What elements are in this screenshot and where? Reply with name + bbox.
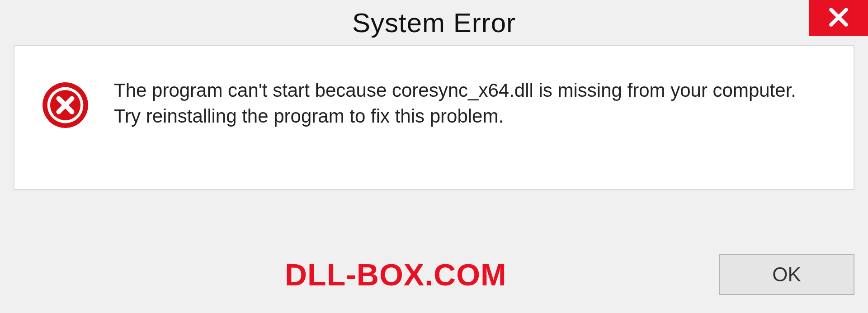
error-message: The program can't start because coresync… <box>114 78 826 129</box>
ok-button-label: OK <box>772 263 801 286</box>
content-panel: The program can't start because coresync… <box>14 45 854 190</box>
titlebar: System Error <box>0 0 868 45</box>
footer: DLL-BOX.COM OK <box>14 254 854 295</box>
ok-button[interactable]: OK <box>719 254 854 295</box>
close-button[interactable] <box>809 0 868 36</box>
error-icon <box>42 81 89 129</box>
dialog-title: System Error <box>352 7 516 38</box>
watermark-text: DLL-BOX.COM <box>285 257 507 292</box>
close-icon <box>827 6 850 30</box>
